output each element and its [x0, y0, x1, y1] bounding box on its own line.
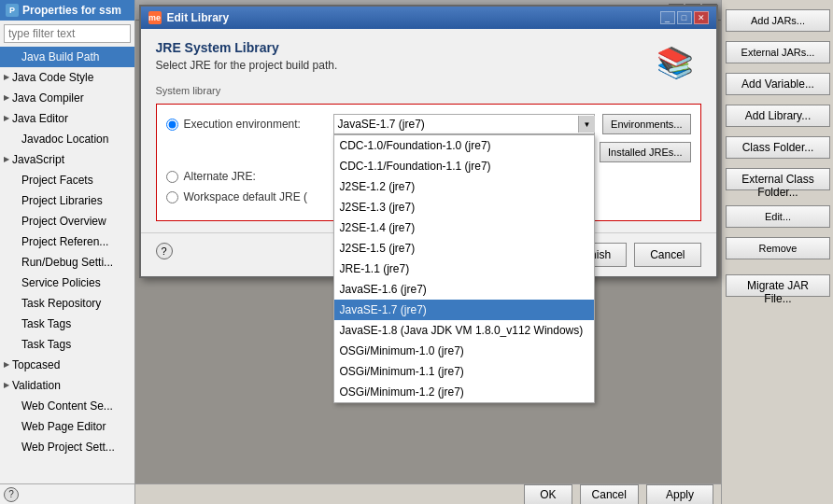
dialog-heading: JRE System Library [156, 40, 642, 55]
nav-label-11: Service Policies [21, 274, 101, 291]
remove-button[interactable]: Remove [726, 237, 830, 259]
properties-header: P Properties for ssm [0, 0, 134, 21]
add-variable-button[interactable]: Add Variable... [726, 73, 830, 95]
nav-label-4: Javadoc Location [21, 131, 108, 147]
right-panel: Add JARs... External JARs... Add Variabl… [721, 0, 833, 504]
dropdown-list: CDC-1.0/Foundation-1.0 (jre7)CDC-1.1/Fou… [333, 134, 595, 403]
dropdown-item-7[interactable]: JavaSE-1.6 (jre7) [334, 279, 594, 300]
nav-item-12[interactable]: Task Repository [0, 293, 134, 314]
nav-item-2[interactable]: ▶Java Compiler [0, 88, 134, 108]
cancel-dialog-button[interactable]: Cancel [634, 243, 700, 267]
add-class-folder-label: Class Folder... [742, 141, 814, 154]
nav-item-8[interactable]: Project Overview [0, 211, 134, 231]
nav-label-2: Java Compiler [12, 90, 84, 106]
nav-item-18[interactable]: Web Page Editor [0, 416, 134, 437]
dialog-title-controls: _ □ ✕ [660, 11, 709, 24]
nav-item-10[interactable]: Run/Debug Setti... [0, 252, 134, 273]
installed-jres-button[interactable]: Installed JREs... [600, 142, 690, 162]
nav-label-5: JavaScript [12, 151, 64, 168]
nav-item-5[interactable]: ▶JavaScript [0, 149, 134, 170]
add-library-button[interactable]: Add Library... [726, 105, 830, 127]
nav-label-8: Project Overview [21, 213, 106, 230]
nav-item-19[interactable]: Web Project Sett... [0, 437, 134, 457]
nav-label-1: Java Code Style [12, 69, 93, 86]
cancel-main-button[interactable]: Cancel [580, 484, 639, 505]
nav-label-10: Run/Debug Setti... [21, 254, 113, 271]
dialog-minimize[interactable]: _ [660, 11, 675, 24]
dropdown-item-5[interactable]: J2SE-1.5 (jre7) [334, 238, 594, 259]
apply-button[interactable]: Apply [646, 484, 713, 505]
nav-item-16[interactable]: ▶Validation [0, 375, 134, 396]
add-jars-button[interactable]: Add JARs... [726, 9, 830, 32]
dialog-titlebar: me Edit Library _ □ ✕ [141, 7, 716, 29]
dropdown-item-3[interactable]: J2SE-1.3 (jre7) [334, 197, 594, 217]
nav-item-4[interactable]: Javadoc Location [0, 129, 134, 149]
properties-icon: P [6, 4, 19, 17]
nav-label-6: Project Facets [21, 172, 93, 189]
selected-env-text: JavaSE-1.7 (jre7) [338, 118, 425, 131]
dropdown-item-8[interactable]: JavaSE-1.7 (jre7) [334, 300, 594, 320]
execution-env-row: Execution environment: JavaSE-1.7 (jre7)… [166, 114, 691, 134]
env-select-display[interactable]: JavaSE-1.7 (jre7) [333, 114, 595, 134]
migrate-jar-label: Migrate JAR File... [747, 279, 809, 305]
external-jars-button[interactable]: External JARs... [726, 41, 830, 63]
nav-label-12: Task Repository [21, 295, 101, 312]
alternate-jre-radio[interactable] [166, 171, 178, 183]
nav-list: Java Build Path▶Java Code Style▶Java Com… [0, 47, 134, 483]
nav-arrow-15: ▶ [4, 357, 9, 373]
nav-label-13: Task Tags [21, 315, 71, 332]
dropdown-item-1[interactable]: CDC-1.1/Foundation-1.1 (jre7) [334, 156, 594, 176]
env-select-wrapper: JavaSE-1.7 (jre7) ▼ CDC-1.0/Foundation-1… [333, 114, 598, 134]
system-library-box: Execution environment: JavaSE-1.7 (jre7)… [156, 104, 701, 221]
nav-label-17: Web Content Se... [21, 398, 113, 414]
dialog-close[interactable]: ✕ [694, 11, 709, 24]
dialog-title-left: me Edit Library [148, 11, 230, 24]
system-library-label: System library [156, 85, 701, 96]
execution-env-radio[interactable] [166, 119, 178, 131]
dropdown-item-9[interactable]: JavaSE-1.8 (Java JDK VM 1.8.0_v112 Windo… [334, 320, 594, 341]
nav-label-16: Validation [12, 377, 61, 394]
ok-button[interactable]: OK [524, 484, 572, 505]
nav-item-9[interactable]: Project Referen... [0, 231, 134, 252]
nav-label-15: Topcased [12, 357, 60, 373]
execution-env-label: Execution environment: [184, 118, 333, 131]
nav-arrow-3: ▶ [4, 110, 9, 127]
edit-button[interactable]: Edit... [726, 205, 830, 228]
nav-item-15[interactable]: ▶Topcased [0, 355, 134, 375]
nav-item-11[interactable]: Service Policies [0, 273, 134, 293]
nav-arrow-16: ▶ [4, 377, 9, 394]
filter-input[interactable] [4, 24, 131, 43]
nav-item-1[interactable]: ▶Java Code Style [0, 67, 134, 88]
migrate-jar-button[interactable]: Migrate JAR File... [726, 274, 830, 297]
nav-item-17[interactable]: Web Content Se... [0, 396, 134, 416]
dropdown-item-12[interactable]: OSGi/Minimum-1.2 (jre7) [334, 382, 594, 402]
modal-overlay: me Edit Library _ □ ✕ JRE System Library… [135, 0, 721, 504]
dropdown-item-11[interactable]: OSGi/Minimum-1.1 (jre7) [334, 361, 594, 382]
nav-label-3: Java Editor [12, 110, 68, 127]
workspace-default-radio[interactable] [166, 191, 178, 203]
properties-panel: P Properties for ssm Java Build Path▶Jav… [0, 0, 135, 504]
nav-item-3[interactable]: ▶Java Editor [0, 108, 134, 129]
nav-item-7[interactable]: Project Libraries [0, 190, 134, 211]
dropdown-item-6[interactable]: JRE-1.1 (jre7) [334, 259, 594, 279]
nav-label-9: Project Referen... [21, 233, 108, 250]
properties-footer: ? [0, 483, 134, 504]
edit-library-dialog: me Edit Library _ □ ✕ JRE System Library… [139, 5, 718, 278]
dropdown-item-2[interactable]: J2SE-1.2 (jre7) [334, 176, 594, 197]
external-class-folder-button[interactable]: External Class Folder... [726, 168, 830, 190]
dialog-help-button[interactable]: ? [156, 243, 173, 259]
dropdown-item-0[interactable]: CDC-1.0/Foundation-1.0 (jre7) [334, 135, 594, 156]
dropdown-item-4[interactable]: J2SE-1.4 (jre7) [334, 217, 594, 238]
nav-item-6[interactable]: Project Facets [0, 170, 134, 190]
nav-label-14: Task Tags [21, 336, 71, 353]
nav-item-0[interactable]: Java Build Path [0, 47, 134, 67]
nav-item-14[interactable]: Task Tags [0, 334, 134, 355]
help-button[interactable]: ? [4, 487, 19, 502]
nav-arrow-5: ▶ [4, 151, 9, 168]
add-class-folder-button[interactable]: Class Folder... [726, 136, 830, 159]
environments-button[interactable]: Environments... [602, 114, 690, 134]
main-area: _ □ ✕ Library - me Edit Library _ □ ✕ [135, 0, 721, 504]
dropdown-item-10[interactable]: OSGi/Minimum-1.0 (jre7) [334, 341, 594, 361]
dialog-maximize[interactable]: □ [677, 11, 692, 24]
nav-item-13[interactable]: Task Tags [0, 314, 134, 334]
